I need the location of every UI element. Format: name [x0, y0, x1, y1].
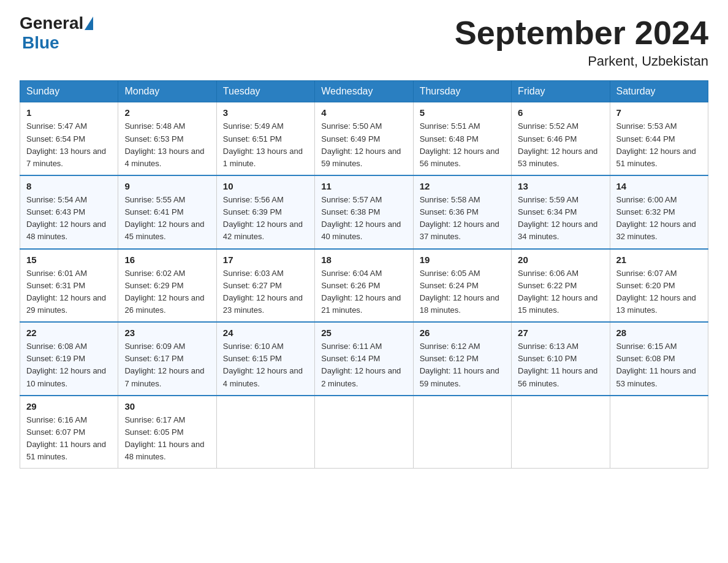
calendar-week-row: 8Sunrise: 5:54 AMSunset: 6:43 PMDaylight… [20, 175, 708, 249]
day-number: 26 [420, 327, 505, 338]
day-info: Sunrise: 6:00 AMSunset: 6:32 PMDaylight:… [616, 194, 702, 243]
day-number: 1 [26, 107, 112, 118]
calendar-cell [315, 396, 413, 469]
day-number: 2 [124, 107, 210, 118]
day-number: 28 [616, 327, 702, 338]
day-info: Sunrise: 5:55 AMSunset: 6:41 PMDaylight:… [124, 194, 210, 243]
day-number: 29 [26, 401, 112, 412]
day-number: 8 [26, 181, 112, 191]
col-friday: Friday [512, 81, 610, 102]
day-number: 24 [223, 327, 308, 338]
day-info: Sunrise: 5:50 AMSunset: 6:49 PMDaylight:… [321, 120, 406, 170]
day-info: Sunrise: 5:56 AMSunset: 6:39 PMDaylight:… [223, 194, 308, 243]
col-monday: Monday [118, 81, 216, 102]
day-number: 22 [26, 327, 112, 338]
day-info: Sunrise: 6:02 AMSunset: 6:29 PMDaylight:… [124, 267, 210, 317]
calendar-cell: 12Sunrise: 5:58 AMSunset: 6:36 PMDayligh… [413, 175, 511, 249]
day-info: Sunrise: 6:04 AMSunset: 6:26 PMDaylight:… [321, 267, 406, 317]
day-number: 19 [420, 255, 505, 265]
day-number: 4 [321, 107, 406, 118]
calendar-cell: 15Sunrise: 6:01 AMSunset: 6:31 PMDayligh… [20, 249, 118, 323]
day-info: Sunrise: 6:01 AMSunset: 6:31 PMDaylight:… [26, 267, 112, 317]
day-info: Sunrise: 5:51 AMSunset: 6:48 PMDaylight:… [420, 120, 505, 170]
calendar-cell: 11Sunrise: 5:57 AMSunset: 6:38 PMDayligh… [315, 175, 413, 249]
day-info: Sunrise: 6:15 AMSunset: 6:08 PMDaylight:… [616, 340, 702, 390]
day-number: 23 [124, 327, 210, 338]
calendar-cell: 25Sunrise: 6:11 AMSunset: 6:14 PMDayligh… [315, 322, 413, 396]
calendar-week-row: 22Sunrise: 6:08 AMSunset: 6:19 PMDayligh… [20, 322, 708, 396]
calendar-cell: 21Sunrise: 6:07 AMSunset: 6:20 PMDayligh… [610, 249, 708, 323]
day-info: Sunrise: 5:54 AMSunset: 6:43 PMDaylight:… [26, 194, 112, 243]
day-number: 10 [223, 181, 308, 191]
day-number: 9 [124, 181, 210, 191]
day-number: 27 [518, 327, 603, 338]
day-info: Sunrise: 5:53 AMSunset: 6:44 PMDaylight:… [616, 120, 702, 170]
day-info: Sunrise: 5:48 AMSunset: 6:53 PMDaylight:… [124, 120, 210, 170]
day-number: 12 [420, 181, 505, 191]
calendar-week-row: 15Sunrise: 6:01 AMSunset: 6:31 PMDayligh… [20, 249, 708, 323]
calendar-cell: 4Sunrise: 5:50 AMSunset: 6:49 PMDaylight… [315, 102, 413, 175]
page-subtitle: Parkent, Uzbekistan [455, 53, 708, 69]
day-number: 5 [420, 107, 505, 118]
day-number: 13 [518, 181, 603, 191]
day-info: Sunrise: 6:13 AMSunset: 6:10 PMDaylight:… [518, 340, 603, 390]
title-block: September 2024 Parkent, Uzbekistan [455, 15, 708, 69]
calendar-cell: 6Sunrise: 5:52 AMSunset: 6:46 PMDaylight… [512, 102, 610, 175]
calendar-cell: 28Sunrise: 6:15 AMSunset: 6:08 PMDayligh… [610, 322, 708, 396]
day-number: 16 [124, 255, 210, 265]
calendar-cell: 7Sunrise: 5:53 AMSunset: 6:44 PMDaylight… [610, 102, 708, 175]
calendar-cell: 23Sunrise: 6:09 AMSunset: 6:17 PMDayligh… [118, 322, 216, 396]
calendar-cell: 8Sunrise: 5:54 AMSunset: 6:43 PMDaylight… [20, 175, 118, 249]
day-number: 20 [518, 255, 603, 265]
calendar-cell: 19Sunrise: 6:05 AMSunset: 6:24 PMDayligh… [413, 249, 511, 323]
calendar-cell: 17Sunrise: 6:03 AMSunset: 6:27 PMDayligh… [216, 249, 314, 323]
calendar-week-row: 1Sunrise: 5:47 AMSunset: 6:54 PMDaylight… [20, 102, 708, 175]
page: General Blue September 2024 Parkent, Uzb… [0, 0, 728, 483]
calendar-cell: 13Sunrise: 5:59 AMSunset: 6:34 PMDayligh… [512, 175, 610, 249]
logo-general-text: General [20, 15, 83, 32]
calendar-cell: 14Sunrise: 6:00 AMSunset: 6:32 PMDayligh… [610, 175, 708, 249]
day-info: Sunrise: 6:16 AMSunset: 6:07 PMDaylight:… [26, 414, 112, 464]
col-thursday: Thursday [413, 81, 511, 102]
calendar-week-row: 29Sunrise: 6:16 AMSunset: 6:07 PMDayligh… [20, 396, 708, 469]
calendar-cell: 27Sunrise: 6:13 AMSunset: 6:10 PMDayligh… [512, 322, 610, 396]
calendar-cell [413, 396, 511, 469]
day-info: Sunrise: 5:59 AMSunset: 6:34 PMDaylight:… [518, 194, 603, 243]
logo-text: General [20, 15, 93, 32]
day-number: 18 [321, 255, 406, 265]
day-number: 14 [616, 181, 702, 191]
col-wednesday: Wednesday [315, 81, 413, 102]
day-info: Sunrise: 6:03 AMSunset: 6:27 PMDaylight:… [223, 267, 308, 317]
day-number: 3 [223, 107, 308, 118]
day-info: Sunrise: 6:17 AMSunset: 6:05 PMDaylight:… [124, 414, 210, 464]
day-info: Sunrise: 6:08 AMSunset: 6:19 PMDaylight:… [26, 340, 112, 390]
logo: General Blue [20, 15, 93, 53]
logo-triangle-icon [85, 17, 93, 30]
calendar-cell [216, 396, 314, 469]
calendar-cell: 26Sunrise: 6:12 AMSunset: 6:12 PMDayligh… [413, 322, 511, 396]
calendar-cell: 22Sunrise: 6:08 AMSunset: 6:19 PMDayligh… [20, 322, 118, 396]
day-info: Sunrise: 5:58 AMSunset: 6:36 PMDaylight:… [420, 194, 505, 243]
day-info: Sunrise: 5:52 AMSunset: 6:46 PMDaylight:… [518, 120, 603, 170]
day-number: 15 [26, 255, 112, 265]
header: General Blue September 2024 Parkent, Uzb… [20, 15, 708, 69]
calendar-cell: 3Sunrise: 5:49 AMSunset: 6:51 PMDaylight… [216, 102, 314, 175]
calendar-cell [512, 396, 610, 469]
calendar-cell: 30Sunrise: 6:17 AMSunset: 6:05 PMDayligh… [118, 396, 216, 469]
col-saturday: Saturday [610, 81, 708, 102]
calendar-table: Sunday Monday Tuesday Wednesday Thursday… [20, 80, 708, 469]
day-number: 17 [223, 255, 308, 265]
day-info: Sunrise: 6:05 AMSunset: 6:24 PMDaylight:… [420, 267, 505, 317]
col-tuesday: Tuesday [216, 81, 314, 102]
day-info: Sunrise: 5:57 AMSunset: 6:38 PMDaylight:… [321, 194, 406, 243]
day-number: 21 [616, 255, 702, 265]
calendar-cell: 24Sunrise: 6:10 AMSunset: 6:15 PMDayligh… [216, 322, 314, 396]
calendar-cell: 10Sunrise: 5:56 AMSunset: 6:39 PMDayligh… [216, 175, 314, 249]
day-info: Sunrise: 5:49 AMSunset: 6:51 PMDaylight:… [223, 120, 308, 170]
calendar-cell: 2Sunrise: 5:48 AMSunset: 6:53 PMDaylight… [118, 102, 216, 175]
day-info: Sunrise: 6:10 AMSunset: 6:15 PMDaylight:… [223, 340, 308, 390]
day-number: 6 [518, 107, 603, 118]
calendar-cell: 9Sunrise: 5:55 AMSunset: 6:41 PMDaylight… [118, 175, 216, 249]
day-info: Sunrise: 5:47 AMSunset: 6:54 PMDaylight:… [26, 120, 112, 170]
calendar-header-row: Sunday Monday Tuesday Wednesday Thursday… [20, 81, 708, 102]
